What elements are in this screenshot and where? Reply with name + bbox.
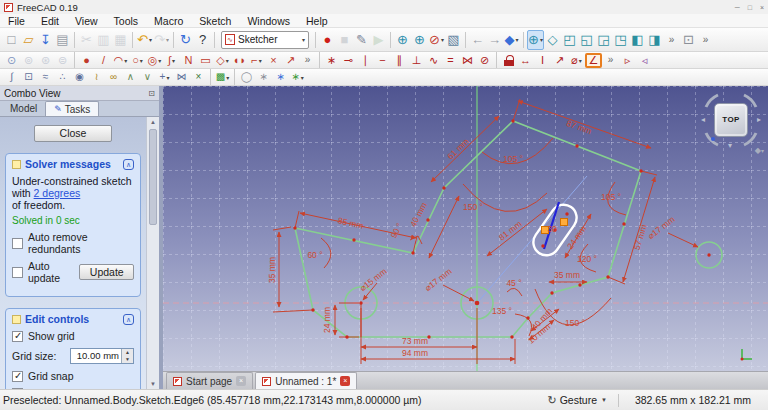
nav-back-icon[interactable]: ←: [469, 30, 486, 50]
bspline-knot-multiplicity-icon[interactable]: ∴: [54, 70, 71, 85]
link-import-all-icon[interactable]: ⊜: [54, 53, 71, 68]
nav-cube-menu[interactable]: ◆▾: [755, 146, 764, 155]
link-make-group-icon[interactable]: ⊚: [20, 53, 37, 68]
dimension-label[interactable]: 150 °: [463, 202, 483, 212]
dimension-label[interactable]: 35 mm: [554, 270, 580, 280]
nav-forward-icon[interactable]: →: [486, 30, 503, 50]
macro-stop-icon[interactable]: ■: [336, 30, 353, 50]
menu-help[interactable]: Help: [298, 15, 336, 27]
dimension-label[interactable]: 45 °: [506, 278, 521, 288]
extend-edge-icon[interactable]: ↗: [282, 53, 299, 68]
rendering-order-icon[interactable]: ▩▾: [214, 70, 231, 85]
auto-remove-redundants-checkbox[interactable]: [12, 238, 23, 249]
dimension-label[interactable]: 120 °: [577, 254, 597, 264]
dock-view-icon[interactable]: ⊡: [680, 30, 697, 50]
open-file-icon[interactable]: ▱: [20, 30, 37, 50]
spinner-arrows-icon[interactable]: ▲▼: [121, 349, 133, 363]
create-circle-icon[interactable]: ○▾: [129, 53, 146, 68]
menu-macro[interactable]: Macro: [146, 15, 191, 27]
create-conic-icon[interactable]: ◎▾: [146, 53, 163, 68]
new-file-icon[interactable]: □: [3, 30, 20, 50]
3d-viewport[interactable]: 85 mm60 °35 mm90 °40 mm61 mm87 mm105 °15…: [163, 86, 768, 371]
float-panel-icon[interactable]: ⊡: [148, 89, 155, 98]
constraint-vertical-distance-icon[interactable]: I: [534, 53, 551, 68]
snap-angle-icon[interactable]: ∗▾: [289, 70, 306, 85]
dimension-label[interactable]: 30: [547, 224, 557, 234]
dimension-label[interactable]: 35 mm: [267, 257, 277, 283]
redo-icon[interactable]: ↷▾: [153, 30, 170, 50]
view-rear-icon[interactable]: ◳: [612, 30, 629, 50]
bspline-degree-icon[interactable]: ∫: [3, 70, 20, 85]
constraint-symmetric-icon[interactable]: ⋈: [459, 53, 476, 68]
tab-tasks[interactable]: ✎Tasks: [45, 101, 99, 116]
nav-left-arrow-icon[interactable]: ◂: [701, 116, 705, 124]
bspline-insert-knot-icon[interactable]: +▾: [156, 70, 173, 85]
toolbar-overflow-2-icon[interactable]: »: [697, 30, 714, 50]
remove-axes-alignment-icon[interactable]: ×: [190, 70, 207, 85]
close-task-button[interactable]: Close: [34, 125, 112, 142]
update-button[interactable]: Update: [79, 264, 134, 280]
constraint-lock-icon[interactable]: [500, 53, 517, 68]
paste-icon[interactable]: ▦: [112, 30, 129, 50]
constraint-parallel-icon[interactable]: ∥: [391, 53, 408, 68]
bspline-curvature-comb-icon[interactable]: ≈: [37, 70, 54, 85]
constraint-tangent-icon[interactable]: ∿: [425, 53, 442, 68]
trim-edge-icon[interactable]: ×: [265, 53, 282, 68]
create-point-icon[interactable]: ●: [78, 53, 95, 68]
dimension-label[interactable]: 105 °: [601, 192, 621, 202]
view-top-icon[interactable]: ◱: [578, 30, 595, 50]
undo-icon[interactable]: ↶▾: [136, 30, 153, 50]
close-tab-icon[interactable]: ×: [340, 376, 350, 386]
view-left-icon[interactable]: ◨: [646, 30, 663, 50]
tab-start-page[interactable]: Start page ×: [166, 372, 253, 389]
macro-edit-icon[interactable]: ✎: [353, 30, 370, 50]
link-make-icon[interactable]: ⊙: [3, 53, 20, 68]
nav-down-arrow-icon[interactable]: ▾: [728, 142, 732, 150]
dimension-label[interactable]: 105 °: [503, 154, 523, 164]
constraint-coincident-icon[interactable]: ∗: [323, 53, 340, 68]
bspline-control-polygon-icon[interactable]: ⊡: [20, 70, 37, 85]
menu-edit[interactable]: Edit: [33, 15, 67, 27]
box-zoom-icon[interactable]: ▧: [445, 30, 462, 50]
fit-selection-icon[interactable]: ⊕: [411, 30, 428, 50]
activate-constraint-icon[interactable]: ◃: [636, 53, 653, 68]
show-grid-checkbox[interactable]: [12, 331, 23, 342]
scrollbar-thumb[interactable]: [149, 129, 157, 225]
create-rectangle-icon[interactable]: ▭: [197, 53, 214, 68]
collapse-icon[interactable]: ∧: [123, 314, 134, 325]
auto-update-checkbox[interactable]: [12, 267, 23, 278]
macro-play-icon[interactable]: ▶: [370, 30, 387, 50]
nav-cube-top-face[interactable]: TOP: [714, 103, 748, 137]
convert-to-nurbs-icon[interactable]: ∞: [105, 70, 122, 85]
degrees-of-freedom-link[interactable]: 2 degrees: [34, 187, 81, 199]
view-right-icon[interactable]: ◲: [595, 30, 612, 50]
collapse-icon[interactable]: ∧: [123, 159, 134, 170]
dimension-label[interactable]: 60 °: [307, 250, 322, 260]
panel-scrollbar[interactable]: ▲ ▼: [146, 117, 159, 389]
constraint-point-on-object-icon[interactable]: ⊸: [340, 53, 357, 68]
menu-windows[interactable]: Windows: [239, 15, 298, 27]
scroll-down-icon[interactable]: ▼: [147, 381, 159, 387]
draw-style-icon[interactable]: ⊕▾: [527, 30, 544, 50]
link-import-icon[interactable]: ⊛: [37, 53, 54, 68]
toggle-driving-constraint-icon[interactable]: ▹: [619, 53, 636, 68]
bspline-increase-degree-icon[interactable]: ∧: [122, 70, 139, 85]
selected-point[interactable]: [561, 219, 568, 226]
bspline-join-curves-icon[interactable]: ⋈: [173, 70, 190, 85]
grid-snap-checkbox[interactable]: [12, 371, 23, 382]
snap-object-icon[interactable]: ∗: [272, 70, 289, 85]
dimension-label[interactable]: 24 mm: [322, 307, 332, 333]
create-polyline-icon[interactable]: N: [180, 53, 197, 68]
menu-sketch[interactable]: Sketch: [191, 15, 239, 27]
dimension-label[interactable]: 150 °: [565, 318, 585, 328]
constraint-block-icon[interactable]: ⊘: [476, 53, 493, 68]
fit-all-icon[interactable]: ⊕: [394, 30, 411, 50]
menu-view[interactable]: View: [67, 15, 106, 27]
workbench-selector[interactable]: Sketcher▾: [221, 31, 309, 49]
create-polygon-icon[interactable]: ◇▾: [214, 53, 231, 68]
toolbar-overflow-icon[interactable]: »: [299, 53, 316, 68]
constraint-equal-icon[interactable]: =: [442, 53, 459, 68]
bspline-decrease-degree-icon[interactable]: ∨: [139, 70, 156, 85]
constraint-perpendicular-icon[interactable]: ⊥: [408, 53, 425, 68]
view-front-icon[interactable]: ◰: [561, 30, 578, 50]
